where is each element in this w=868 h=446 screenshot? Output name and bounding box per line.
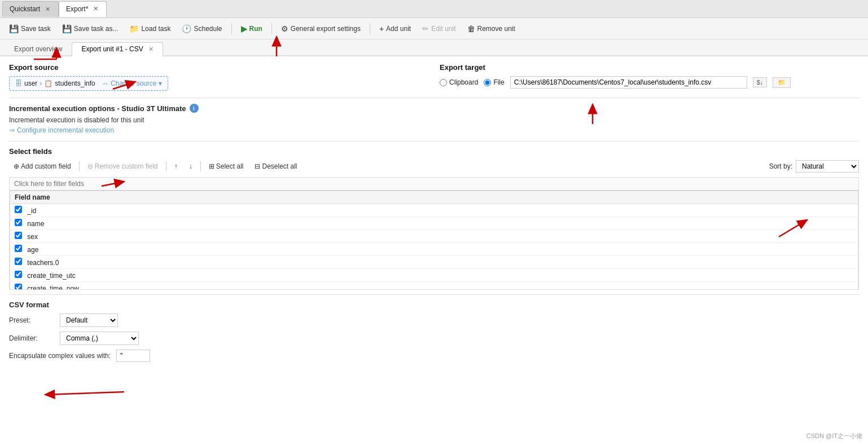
edit-unit-button[interactable]: ✏ Edit unit (418, 23, 460, 35)
file-path-input[interactable] (510, 76, 747, 89)
export-source-section: Export source 🗄 user › 📋 students_info ↔… (9, 63, 428, 91)
toolbar: 💾 Save task 💾 Save task as... 📁 Load tas… (0, 18, 868, 39)
field-checkbox[interactable] (15, 258, 22, 265)
dollar-button[interactable]: $↓ (753, 77, 768, 87)
sub-tab-export-overview-label: Export overview (14, 45, 62, 53)
file-radio[interactable] (484, 79, 491, 86)
select-all-button[interactable]: ⊞ Select all (204, 161, 248, 171)
add-custom-field-button[interactable]: ⊕ Add custom field (9, 161, 76, 171)
deselect-all-button[interactable]: ⊟ Deselect all (250, 161, 301, 171)
remove-custom-field-icon: ⊖ (87, 162, 93, 170)
load-task-button[interactable]: 📁 Load task (125, 23, 175, 35)
field-cell: create_time_now (10, 282, 858, 290)
watermark: CSDN @IT之一小佬 (806, 432, 862, 440)
field-name: create_time_utc (27, 272, 75, 280)
sub-tab-export-overview[interactable]: Export overview (5, 42, 72, 55)
down-arrow-icon: ↓ (189, 162, 192, 170)
db-label: user (24, 80, 37, 87)
tab-quickstart-close[interactable]: ✕ (43, 5, 51, 13)
encapsulate-input[interactable] (116, 350, 150, 362)
table-row: name (10, 217, 858, 230)
change-source-button[interactable]: ↔ Change source ▾ (102, 80, 162, 87)
csv-format-title: CSV format (9, 301, 859, 309)
add-icon: + (379, 24, 384, 33)
run-button[interactable]: ▶ Run (236, 23, 267, 35)
remove-custom-field-label: Remove custom field (95, 162, 158, 170)
field-name: sex (27, 233, 38, 241)
browse-button[interactable]: 📁 (773, 77, 791, 88)
sub-tab-export-unit-close[interactable]: ✕ (148, 46, 154, 52)
table-icon: 📋 (44, 80, 52, 87)
load-task-label: Load task (141, 25, 170, 33)
general-export-settings-label: General export settings (291, 25, 361, 33)
select-fields-title: Select fields (9, 147, 859, 156)
delimiter-label: Delimiter: (9, 334, 54, 342)
preset-select[interactable]: Default Excel RFC 4180 (60, 313, 118, 327)
filter-fields-input[interactable] (10, 178, 858, 191)
delimiter-select[interactable]: Comma (,) Semicolon (;) Tab (\t) Pipe (|… (60, 332, 139, 345)
field-cell: create_time_utc (10, 269, 858, 282)
sort-select[interactable]: Natural Ascending Descending (796, 160, 859, 173)
field-name: _id (27, 207, 36, 215)
add-custom-field-icon: ⊕ (14, 162, 19, 170)
clipboard-radio-label[interactable]: Clipboard (440, 78, 478, 86)
clipboard-radio[interactable] (440, 79, 447, 86)
folder-icon: 📁 (129, 24, 139, 33)
file-radio-label[interactable]: File (484, 78, 504, 86)
save-task-as-button[interactable]: 💾 Save task as... (58, 23, 123, 35)
field-cell: age (10, 243, 858, 256)
tab-export[interactable]: Export* ✕ (59, 1, 107, 17)
edit-unit-label: Edit unit (431, 25, 455, 33)
fields-toolbar: ⊕ Add custom field ⊖ Remove custom field… (9, 160, 859, 173)
deselect-all-icon: ⊟ (255, 162, 260, 170)
move-down-button[interactable]: ↓ (185, 161, 197, 171)
incremental-title-text: Incremental execution options - Studio 3… (9, 104, 186, 113)
field-checkbox[interactable] (15, 284, 22, 290)
encapsulate-row: Encapsulate complex values with: (9, 350, 859, 362)
clock-icon: 🕐 (182, 24, 191, 33)
tab-bar: Quickstart ✕ Export* ✕ (0, 0, 868, 18)
field-checkbox[interactable] (15, 232, 22, 239)
save-task-button[interactable]: 💾 Save task (5, 23, 55, 35)
field-name: age (27, 246, 38, 254)
tab-export-label: Export* (66, 5, 88, 13)
remove-unit-button[interactable]: 🗑 Remove unit (463, 23, 520, 35)
export-source-title: Export source (9, 63, 428, 72)
field-checkbox[interactable] (15, 219, 22, 226)
table-row: _id (10, 204, 858, 217)
gear-icon: ⚙ (281, 24, 288, 33)
add-unit-button[interactable]: + Add unit (375, 23, 415, 35)
table-row: sex (10, 230, 858, 243)
remove-custom-field-button[interactable]: ⊖ Remove custom field (83, 161, 163, 171)
sub-tab-export-unit-label: Export unit #1 - CSV (81, 45, 143, 53)
select-fields-section: Select fields ⊕ Add custom field ⊖ Remov… (9, 141, 859, 290)
export-target-title: Export target (440, 63, 859, 72)
table-label: students_info (55, 80, 95, 87)
field-cell: teachers.0 (10, 256, 858, 269)
sub-tab-export-unit[interactable]: Export unit #1 - CSV ✕ (72, 42, 163, 56)
tab-quickstart[interactable]: Quickstart ✕ (2, 1, 59, 17)
info-badge[interactable]: i (190, 104, 199, 113)
clipboard-label: Clipboard (449, 78, 478, 86)
export-source-target-row: Export source 🗄 user › 📋 students_info ↔… (9, 63, 859, 91)
sort-by-group: Sort by: Natural Ascending Descending (769, 160, 859, 173)
file-label: File (493, 78, 504, 86)
schedule-button[interactable]: 🕐 Schedule (177, 23, 226, 35)
target-row: Clipboard File $↓ 📁 (440, 76, 859, 89)
configure-incremental-link[interactable]: ⇒ Configure incremental execution (9, 126, 859, 134)
source-path[interactable]: 🗄 user › 📋 students_info ↔ Change source… (9, 76, 168, 91)
field-checkbox[interactable] (15, 271, 22, 278)
field-checkbox[interactable] (15, 206, 22, 213)
field-checkbox[interactable] (15, 245, 22, 252)
sort-by-label: Sort by: (769, 162, 792, 170)
move-up-button[interactable]: ↑ (170, 161, 182, 171)
field-cell: _id (10, 204, 858, 217)
field-cell: name (10, 217, 858, 230)
table-row: teachers.0 (10, 256, 858, 269)
save-as-icon: 💾 (62, 24, 72, 33)
config-link-icon: ⇒ (9, 126, 15, 134)
general-export-settings-button[interactable]: ⚙ General export settings (277, 23, 365, 35)
field-cell: sex (10, 230, 858, 243)
tab-export-close[interactable]: ✕ (91, 5, 99, 13)
incremental-disabled-text: Incremental execution is disabled for th… (9, 116, 859, 124)
